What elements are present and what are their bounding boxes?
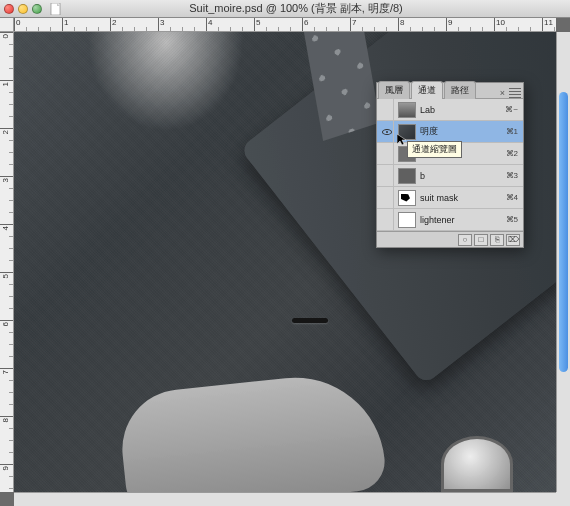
ruler-tick-label: 2 — [112, 18, 116, 27]
save-selection-button[interactable]: □ — [474, 234, 488, 246]
channel-thumbnail[interactable] — [398, 168, 416, 184]
visibility-toggle[interactable] — [380, 143, 394, 164]
ruler-tick-label: 3 — [160, 18, 164, 27]
ruler-tick-label: 10 — [496, 18, 505, 27]
channel-name-label: 明度 — [420, 125, 506, 138]
ruler-tick-label: 6 — [304, 18, 308, 27]
channel-name-label: lightener — [420, 215, 506, 225]
load-selection-button[interactable]: ○ — [458, 234, 472, 246]
window-title: Suit_moire.psd @ 100% (背景 副本, 明度/8) — [26, 1, 566, 16]
ruler-tick-label: 3 — [1, 178, 10, 182]
channel-row-lightener[interactable]: lightener⌘5 — [377, 209, 523, 231]
channel-row-lab[interactable]: Lab⌘~ — [377, 99, 523, 121]
ruler-tick-label: 5 — [256, 18, 260, 27]
vertical-scroll-thumb[interactable] — [559, 92, 568, 372]
eye-icon — [382, 129, 392, 135]
channel-list: Lab⌘~明度⌘1通道縮覽圖a⌘2b⌘3suit mask⌘4lightener… — [377, 99, 523, 231]
ruler-origin[interactable] — [0, 18, 14, 32]
channel-shortcut-label: ⌘5 — [506, 215, 518, 224]
channel-name-label: suit mask — [420, 193, 506, 203]
channel-name-label: Lab — [420, 105, 505, 115]
channel-shortcut-label: ⌘1 — [506, 127, 518, 136]
channel-thumbnail[interactable] — [398, 212, 416, 228]
visibility-toggle[interactable] — [380, 209, 394, 230]
channel-shortcut-label: ⌘3 — [506, 171, 518, 180]
delete-channel-button[interactable]: ⌦ — [506, 234, 520, 246]
vertical-ruler[interactable]: 0123456789 — [0, 32, 14, 492]
vertical-scrollbar[interactable] — [556, 32, 570, 492]
ruler-tick-label: 1 — [64, 18, 68, 27]
new-channel-button[interactable]: ⎘ — [490, 234, 504, 246]
ruler-tick-label: 7 — [1, 370, 10, 374]
tab-layers[interactable]: 風層 — [378, 81, 410, 99]
channel-name-label: b — [420, 171, 506, 181]
channel-shortcut-label: ⌘~ — [505, 105, 518, 114]
channel-thumbnail[interactable] — [398, 102, 416, 118]
channel-row-suit-mask[interactable]: suit mask⌘4 — [377, 187, 523, 209]
ruler-tick-label: 4 — [1, 226, 10, 230]
visibility-toggle[interactable] — [380, 187, 394, 208]
channel-shortcut-label: ⌘4 — [506, 193, 518, 202]
ruler-tick-label: 0 — [1, 34, 10, 38]
tooltip: 通道縮覽圖 — [407, 141, 462, 158]
ruler-tick-label: 4 — [208, 18, 212, 27]
image-buttonhole — [292, 318, 328, 323]
image-watch-region — [441, 436, 513, 492]
channel-shortcut-label: ⌘2 — [506, 149, 518, 158]
horizontal-ruler[interactable]: 01234567891011 — [14, 18, 556, 32]
visibility-toggle[interactable] — [380, 99, 394, 120]
visibility-toggle[interactable] — [380, 165, 394, 186]
visibility-toggle[interactable] — [380, 121, 394, 142]
tab-channels[interactable]: 通道 — [411, 81, 443, 99]
ruler-tick-label: 7 — [352, 18, 356, 27]
ruler-tick-label: 9 — [1, 466, 10, 470]
horizontal-scrollbar[interactable] — [14, 492, 556, 506]
ruler-tick-label: 2 — [1, 130, 10, 134]
ruler-tick-label: 6 — [1, 322, 10, 326]
channel-thumbnail[interactable] — [398, 190, 416, 206]
ruler-tick-label: 1 — [1, 82, 10, 86]
panel-menu-icon[interactable] — [509, 88, 521, 98]
ruler-tick-label: 11 — [544, 18, 553, 27]
channel-row-b[interactable]: b⌘3 — [377, 165, 523, 187]
cursor-icon — [397, 134, 407, 146]
tab-paths[interactable]: 路徑 — [444, 81, 476, 99]
ruler-tick-label: 0 — [16, 18, 20, 27]
channels-panel[interactable]: 風層 通道 路徑 × Lab⌘~明度⌘1通道縮覽圖a⌘2b⌘3suit mask… — [376, 82, 524, 248]
panel-footer: ○□⎘⌦ — [377, 231, 523, 247]
channel-row-明度[interactable]: 明度⌘1通道縮覽圖 — [377, 121, 523, 143]
close-window-button[interactable] — [4, 4, 14, 14]
ruler-tick-label: 9 — [448, 18, 452, 27]
panel-collapse-icon[interactable]: × — [500, 88, 505, 98]
scroll-corner — [556, 492, 570, 506]
title-bar[interactable]: Suit_moire.psd @ 100% (背景 副本, 明度/8) — [0, 0, 570, 18]
panel-tabstrip: 風層 通道 路徑 × — [377, 83, 523, 99]
ruler-tick-label: 5 — [1, 274, 10, 278]
ruler-tick-label: 8 — [400, 18, 404, 27]
ruler-tick-label: 8 — [1, 418, 10, 422]
